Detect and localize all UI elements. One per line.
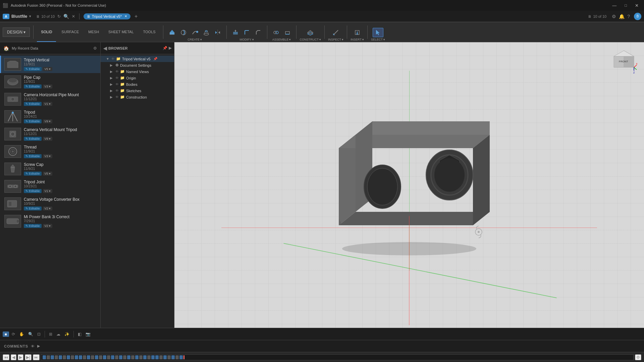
sidebar-home-icon[interactable]: 🏠 — [3, 46, 9, 51]
sidebar-item-power-bank[interactable]: Mi Power Bank 3i Correct 7/29/21 ✎ Edita… — [0, 213, 100, 230]
timeline-tick-5[interactable] — [59, 355, 62, 359]
display-mode-button[interactable]: ■ — [3, 331, 9, 337]
active-tab[interactable]: 🗎 Tripod Vertical v5* ✕ — [84, 13, 130, 19]
sidebar-item-thread[interactable]: Thread 11/9/21 ✎ Editable V3 ▾ — [0, 143, 100, 160]
zoom-button[interactable]: 🔍 — [27, 331, 35, 337]
timeline-tick-2[interactable] — [47, 355, 50, 359]
timeline-tick-24[interactable] — [135, 355, 139, 359]
insert-icon[interactable] — [352, 28, 363, 37]
browser-collapse-icon[interactable]: ◀ — [103, 46, 107, 51]
badge-version-7[interactable]: V1 ▾ — [43, 189, 53, 193]
comments-eye-icon[interactable]: 👁 — [31, 344, 35, 348]
close-tab-button[interactable]: ✕ — [72, 14, 75, 19]
design-mode-button[interactable]: DESIGN ▾ — [3, 27, 30, 37]
badge-edit-8[interactable]: ✎ Editable — [24, 206, 42, 210]
pan-button[interactable]: ✋ — [18, 331, 25, 337]
search-button[interactable]: 🔍 — [63, 14, 69, 19]
badge-version-3[interactable]: V9 ▾ — [43, 119, 53, 123]
browser-item-bodies[interactable]: ▶ 👁 📁 Bodies — [101, 81, 174, 87]
sidebar-item-camera-box[interactable]: Camera Voltage Converter Box 10/9/21 ✎ E… — [0, 195, 100, 213]
timeline-tick-29[interactable] — [155, 355, 159, 359]
refresh-button[interactable]: ↻ — [57, 14, 61, 19]
timeline-tick-25[interactable] — [139, 355, 143, 359]
account-button[interactable]: B — [634, 13, 641, 20]
badge-edit-9[interactable]: ✎ Editable — [24, 224, 42, 228]
timeline-next-button[interactable]: ▶| — [25, 354, 32, 360]
browser-item-doc-settings[interactable]: ▶ ⚙ Document Settings — [101, 62, 174, 68]
timeline-tick-15[interactable] — [99, 355, 102, 359]
timeline-tick-6[interactable] — [63, 355, 66, 359]
sidebar-item-pipe-cap[interactable]: Pipe Cap 11/9/21 ✎ Editable V3 ▾ — [0, 73, 100, 90]
help-button[interactable]: ? — [627, 14, 630, 19]
measure-icon[interactable] — [330, 28, 341, 37]
timeline-tick-20[interactable] — [119, 355, 122, 359]
badge-edit-1[interactable]: ✎ Editable — [24, 84, 42, 88]
badge-version-1[interactable]: V3 ▾ — [43, 84, 53, 88]
timeline-tick-14[interactable] — [95, 355, 98, 359]
chamfer-icon[interactable] — [253, 28, 264, 37]
extrude-icon[interactable] — [167, 28, 177, 37]
timeline-tick-31[interactable] — [163, 355, 167, 359]
settings-button[interactable]: ⚙ — [612, 14, 616, 19]
badge-version-4[interactable]: V9 ▾ — [43, 137, 53, 141]
timeline-play-button[interactable]: ▶ — [18, 354, 23, 360]
viewport[interactable]: FRONT X Z — [174, 42, 644, 328]
eye-icon-bodies[interactable]: 👁 — [115, 82, 119, 86]
tab-mesh[interactable]: MESH — [84, 22, 103, 42]
close-button[interactable]: ✕ — [632, 3, 641, 8]
timeline-tick-4[interactable] — [55, 355, 58, 359]
timeline-tick-21[interactable] — [123, 355, 126, 359]
loft-icon[interactable] — [201, 28, 212, 37]
badge-version-6[interactable]: V5 ▾ — [43, 172, 53, 176]
timeline-tick-23[interactable] — [131, 355, 135, 359]
timeline-tick-19[interactable] — [115, 355, 118, 359]
timeline-tick-12[interactable] — [87, 355, 90, 359]
notification-button[interactable]: 🔔 — [619, 14, 625, 19]
nav-cube[interactable]: FRONT X Z — [610, 49, 637, 76]
timeline-tick-30[interactable] — [159, 355, 163, 359]
fillet-icon[interactable] — [241, 28, 252, 37]
timeline-tick-9[interactable] — [75, 355, 78, 359]
mirror-icon[interactable] — [212, 28, 223, 37]
timeline-start-button[interactable]: ⏮ — [3, 354, 9, 360]
timeline-tick-1[interactable] — [43, 355, 46, 359]
timeline-cursor[interactable] — [183, 355, 184, 359]
timeline-tick-16[interactable] — [103, 355, 106, 359]
badge-edit-7[interactable]: ✎ Editable — [24, 189, 42, 193]
sidebar-settings-icon[interactable]: ⚙ — [93, 46, 97, 51]
eye-icon-views[interactable]: 👁 — [115, 70, 119, 73]
timeline-tick-33[interactable] — [171, 355, 175, 359]
maximize-button[interactable]: □ — [622, 3, 630, 7]
browser-item-construction[interactable]: ▶ 👁 📁 Construction — [101, 94, 174, 100]
browser-item-origin[interactable]: ▶ 👁 📁 Origin — [101, 75, 174, 81]
new-tab-button[interactable]: + — [135, 13, 138, 19]
sidebar-item-tripod-joint[interactable]: Tripod Joint 10/23/21 ✎ Editable V1 ▾ — [0, 178, 100, 195]
eye-icon-construction[interactable]: 👁 — [115, 95, 119, 99]
orbit-button[interactable]: ⟳ — [10, 331, 16, 337]
sweep-icon[interactable] — [190, 28, 200, 37]
app-logo[interactable]: A Blustfile ▾ — [3, 14, 31, 19]
timeline-tick-32[interactable] — [167, 355, 171, 359]
timeline-settings-button[interactable]: ⚙ — [635, 354, 641, 360]
close-active-tab[interactable]: ✕ — [124, 14, 127, 18]
badge-edit-6[interactable]: ✎ Editable — [24, 172, 42, 176]
press-pull-icon[interactable] — [230, 28, 241, 37]
3d-model[interactable] — [312, 108, 506, 262]
tab-sheet-metal[interactable]: SHEET METAL — [104, 22, 138, 42]
timeline-end-button[interactable]: ⏭ — [33, 354, 40, 360]
timeline-tick-13[interactable] — [91, 355, 94, 359]
revolve-icon[interactable] — [178, 28, 189, 37]
browser-expand-icon[interactable]: ▶ — [169, 46, 171, 50]
badge-version-9[interactable]: V2 ▾ — [43, 224, 53, 228]
badge-edit-4[interactable]: ✎ Editable — [24, 137, 42, 141]
browser-item-named-views[interactable]: ▶ 👁 📁 Named Views — [101, 68, 174, 75]
timeline-tick-26[interactable] — [143, 355, 147, 359]
badge-edit-5[interactable]: ✎ Editable — [24, 154, 42, 158]
camera-button[interactable]: 📷 — [84, 331, 92, 337]
select-icon[interactable] — [373, 28, 383, 37]
badge-edit-0[interactable]: ✎ Editable — [24, 67, 42, 71]
timeline-tick-35[interactable] — [179, 355, 183, 359]
timeline-track[interactable] — [41, 354, 634, 360]
environment-button[interactable]: ☁ — [55, 331, 62, 337]
timeline-tick-10[interactable] — [79, 355, 82, 359]
